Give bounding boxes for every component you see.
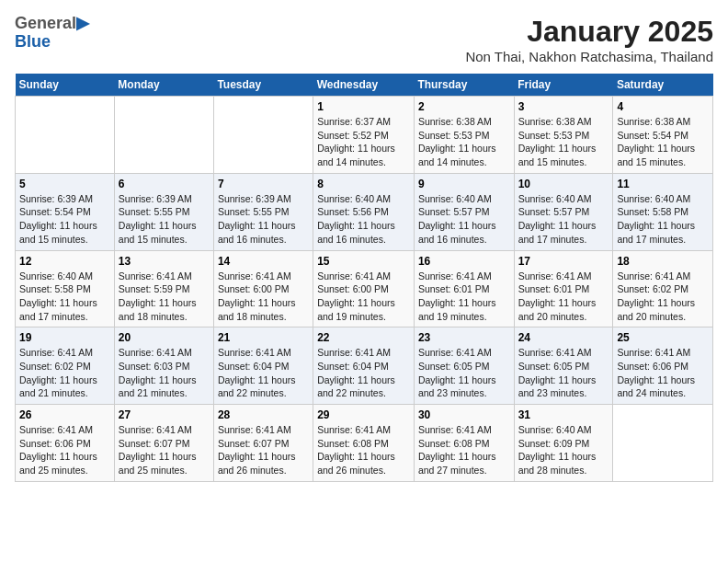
day-info: Sunrise: 6:39 AMSunset: 5:55 PMDaylight:… (218, 192, 309, 247)
day-info: Sunrise: 6:41 AMSunset: 6:00 PMDaylight:… (218, 270, 309, 324)
day-info: Sunrise: 6:41 AMSunset: 6:01 PMDaylight:… (418, 270, 510, 324)
day-number: 14 (218, 255, 309, 268)
calendar-cell: 26Sunrise: 6:41 AMSunset: 6:06 PMDayligh… (16, 405, 115, 482)
calendar-cell: 7Sunrise: 6:39 AMSunset: 5:55 PMDaylight… (213, 173, 313, 250)
day-info: Sunrise: 6:41 AMSunset: 6:05 PMDaylight:… (518, 346, 609, 400)
calendar-cell: 2Sunrise: 6:38 AMSunset: 5:53 PMDaylight… (414, 97, 514, 174)
calendar-cell (213, 97, 313, 174)
calendar-cell: 21Sunrise: 6:41 AMSunset: 6:04 PMDayligh… (213, 327, 313, 405)
calendar-cell: 14Sunrise: 6:41 AMSunset: 6:00 PMDayligh… (213, 250, 313, 327)
calendar-cell: 22Sunrise: 6:41 AMSunset: 6:04 PMDayligh… (313, 327, 415, 405)
day-info: Sunrise: 6:41 AMSunset: 6:02 PMDaylight:… (19, 346, 110, 400)
day-number: 23 (418, 331, 510, 344)
logo: General▶ Blue (15, 15, 89, 52)
day-number: 12 (19, 255, 110, 268)
calendar-cell: 13Sunrise: 6:41 AMSunset: 5:59 PMDayligh… (114, 250, 213, 327)
calendar-cell: 19Sunrise: 6:41 AMSunset: 6:02 PMDayligh… (16, 327, 115, 405)
calendar-cell: 10Sunrise: 6:40 AMSunset: 5:57 PMDayligh… (514, 173, 613, 250)
day-info: Sunrise: 6:40 AMSunset: 5:57 PMDaylight:… (418, 192, 510, 247)
logo-blue-text: Blue (15, 33, 89, 52)
day-number: 25 (617, 331, 709, 344)
calendar-week-row: 1Sunrise: 6:37 AMSunset: 5:52 PMDaylight… (16, 97, 713, 174)
calendar-cell (114, 97, 213, 174)
day-info: Sunrise: 6:40 AMSunset: 5:58 PMDaylight:… (617, 192, 709, 247)
calendar-week-row: 26Sunrise: 6:41 AMSunset: 6:06 PMDayligh… (16, 405, 713, 482)
day-info: Sunrise: 6:40 AMSunset: 5:56 PMDaylight:… (317, 192, 410, 247)
calendar-cell: 3Sunrise: 6:38 AMSunset: 5:53 PMDaylight… (514, 97, 613, 174)
day-number: 6 (119, 178, 210, 190)
col-saturday: Saturday (613, 74, 713, 97)
calendar-cell: 25Sunrise: 6:41 AMSunset: 6:06 PMDayligh… (613, 327, 713, 405)
day-number: 7 (218, 178, 309, 190)
day-number: 1 (317, 100, 410, 113)
day-info: Sunrise: 6:41 AMSunset: 6:02 PMDaylight:… (617, 270, 709, 324)
calendar-cell: 4Sunrise: 6:38 AMSunset: 5:54 PMDaylight… (613, 97, 713, 174)
calendar-cell: 30Sunrise: 6:41 AMSunset: 6:08 PMDayligh… (414, 405, 514, 482)
calendar-cell: 29Sunrise: 6:41 AMSunset: 6:08 PMDayligh… (313, 405, 415, 482)
calendar-cell: 27Sunrise: 6:41 AMSunset: 6:07 PMDayligh… (114, 405, 213, 482)
day-number: 19 (19, 331, 110, 344)
day-number: 4 (617, 100, 709, 113)
day-number: 26 (19, 408, 110, 421)
calendar-week-row: 5Sunrise: 6:39 AMSunset: 5:54 PMDaylight… (16, 173, 713, 250)
day-info: Sunrise: 6:41 AMSunset: 5:59 PMDaylight:… (119, 270, 210, 324)
day-number: 22 (317, 331, 410, 344)
day-info: Sunrise: 6:38 AMSunset: 5:54 PMDaylight:… (617, 115, 709, 169)
day-info: Sunrise: 6:41 AMSunset: 6:06 PMDaylight:… (617, 346, 709, 400)
day-info: Sunrise: 6:40 AMSunset: 6:09 PMDaylight:… (518, 423, 609, 477)
day-number: 18 (617, 255, 709, 268)
calendar-body: 1Sunrise: 6:37 AMSunset: 5:52 PMDaylight… (16, 97, 713, 482)
calendar-cell: 23Sunrise: 6:41 AMSunset: 6:05 PMDayligh… (414, 327, 514, 405)
day-info: Sunrise: 6:41 AMSunset: 6:05 PMDaylight:… (418, 346, 510, 400)
day-number: 15 (317, 255, 410, 268)
day-number: 2 (418, 100, 510, 113)
day-number: 10 (518, 178, 609, 190)
calendar-cell: 31Sunrise: 6:40 AMSunset: 6:09 PMDayligh… (514, 405, 613, 482)
day-info: Sunrise: 6:40 AMSunset: 5:58 PMDaylight:… (19, 270, 110, 324)
day-info: Sunrise: 6:40 AMSunset: 5:57 PMDaylight:… (518, 192, 609, 247)
col-sunday: Sunday (16, 74, 115, 97)
calendar-cell: 28Sunrise: 6:41 AMSunset: 6:07 PMDayligh… (213, 405, 313, 482)
calendar-cell: 12Sunrise: 6:40 AMSunset: 5:58 PMDayligh… (16, 250, 115, 327)
calendar-cell: 20Sunrise: 6:41 AMSunset: 6:03 PMDayligh… (114, 327, 213, 405)
day-number: 29 (317, 408, 410, 421)
col-wednesday: Wednesday (313, 74, 415, 97)
logo-triangle-icon: ▶ (76, 14, 89, 32)
calendar-week-row: 19Sunrise: 6:41 AMSunset: 6:02 PMDayligh… (16, 327, 713, 405)
day-info: Sunrise: 6:38 AMSunset: 5:53 PMDaylight:… (418, 115, 510, 169)
calendar-cell: 18Sunrise: 6:41 AMSunset: 6:02 PMDayligh… (613, 250, 713, 327)
calendar-cell (613, 405, 713, 482)
calendar-title: January 2025 (465, 15, 713, 49)
day-number: 24 (518, 331, 609, 344)
col-monday: Monday (114, 74, 213, 97)
logo-general-text: General (15, 14, 76, 32)
day-info: Sunrise: 6:41 AMSunset: 6:03 PMDaylight:… (119, 346, 210, 400)
day-info: Sunrise: 6:41 AMSunset: 6:01 PMDaylight:… (518, 270, 609, 324)
day-info: Sunrise: 6:41 AMSunset: 6:04 PMDaylight:… (317, 346, 410, 400)
calendar-cell: 5Sunrise: 6:39 AMSunset: 5:54 PMDaylight… (16, 173, 115, 250)
day-info: Sunrise: 6:38 AMSunset: 5:53 PMDaylight:… (518, 115, 609, 169)
calendar-cell (16, 97, 115, 174)
calendar-cell: 15Sunrise: 6:41 AMSunset: 6:00 PMDayligh… (313, 250, 415, 327)
day-number: 31 (518, 408, 609, 421)
day-number: 28 (218, 408, 309, 421)
page-header: General▶ Blue January 2025 Non Thai, Nak… (15, 15, 713, 64)
title-block: January 2025 Non Thai, Nakhon Ratchasima… (465, 15, 713, 64)
calendar-cell: 17Sunrise: 6:41 AMSunset: 6:01 PMDayligh… (514, 250, 613, 327)
day-number: 17 (518, 255, 609, 268)
day-info: Sunrise: 6:41 AMSunset: 6:00 PMDaylight:… (317, 270, 410, 324)
day-number: 21 (218, 331, 309, 344)
col-friday: Friday (514, 74, 613, 97)
day-info: Sunrise: 6:41 AMSunset: 6:08 PMDaylight:… (317, 423, 410, 477)
calendar-table: Sunday Monday Tuesday Wednesday Thursday… (15, 74, 713, 482)
calendar-cell: 6Sunrise: 6:39 AMSunset: 5:55 PMDaylight… (114, 173, 213, 250)
calendar-header: Sunday Monday Tuesday Wednesday Thursday… (16, 74, 713, 97)
day-info: Sunrise: 6:41 AMSunset: 6:07 PMDaylight:… (218, 423, 309, 477)
day-number: 8 (317, 178, 410, 190)
day-number: 16 (418, 255, 510, 268)
day-info: Sunrise: 6:41 AMSunset: 6:07 PMDaylight:… (119, 423, 210, 477)
day-info: Sunrise: 6:41 AMSunset: 6:04 PMDaylight:… (218, 346, 309, 400)
day-number: 13 (119, 255, 210, 268)
day-info: Sunrise: 6:39 AMSunset: 5:54 PMDaylight:… (19, 192, 110, 247)
day-info: Sunrise: 6:37 AMSunset: 5:52 PMDaylight:… (317, 115, 410, 169)
